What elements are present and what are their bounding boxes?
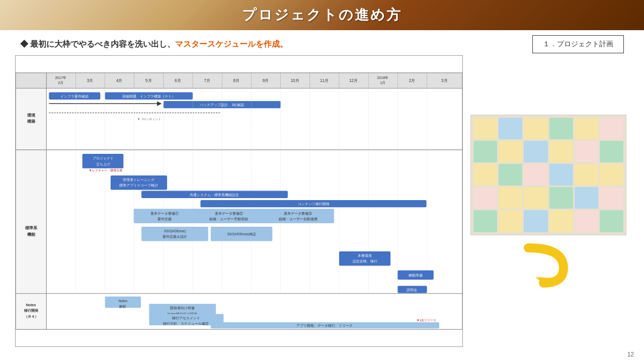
sticky-note (473, 118, 497, 139)
svg-text:2月: 2月 (58, 81, 63, 85)
svg-text:機能: 機能 (27, 232, 36, 237)
sticky-note (575, 118, 598, 139)
svg-text:6月: 6月 (175, 78, 181, 83)
svg-text:アプリ開発、データ移行、リリース: アプリ開発、データ移行、リリース (296, 324, 353, 328)
sticky-note (575, 141, 598, 162)
bullet-icon: ◆ (20, 40, 30, 48)
svg-text:基本データ整備②: 基本データ整備② (215, 212, 243, 216)
svg-rect-25 (368, 73, 397, 88)
svg-text:2017年: 2017年 (55, 76, 66, 80)
sticky-note (549, 141, 573, 162)
svg-text:移行開発: 移行開発 (24, 309, 39, 313)
svg-text:3月: 3月 (87, 78, 94, 83)
header-title: プロジェクトの進め方 (242, 6, 402, 25)
sticky-note (600, 187, 623, 209)
svg-text:稼動準備: 稼動準備 (409, 274, 423, 277)
sticky-grid (471, 115, 626, 235)
sticky-note (499, 187, 522, 209)
svg-text:基本データ整備③: 基本データ整備③ (284, 212, 312, 216)
svg-text:要件定義: 要件定義 (157, 217, 172, 221)
subtitle-main: 最初に大枠でやるべき内容を洗い出し、 (30, 40, 175, 48)
svg-text:SSO(HDEone)検証: SSO(HDEone)検証 (227, 232, 256, 236)
svg-text:10月: 10月 (291, 78, 299, 83)
svg-text:本番環境: 本番環境 (358, 254, 372, 257)
svg-text:解析: 解析 (119, 305, 126, 308)
sticky-note (524, 141, 547, 162)
gantt-chart: 2017年 2月 3月 4月 5月 6月 7月 8月 9月 10月 11月 12… (15, 55, 463, 347)
svg-text:▼ ※1ッポィント: ▼ ※1ッポィント (137, 117, 161, 121)
svg-text:Notes: Notes (119, 299, 128, 303)
sticky-note (600, 118, 623, 139)
sticky-note (600, 210, 623, 232)
sticky-note (549, 164, 573, 186)
svg-text:共通システム・標準系機能設定: 共通システム・標準系機能設定 (190, 193, 239, 197)
svg-text:組織・ユーザー自動連携: 組織・ユーザー自動連携 (278, 217, 317, 221)
sticky-note (499, 141, 522, 162)
sticky-note (575, 210, 598, 232)
svg-text:回線開通、インフラ構築（※１）: 回線開通、インフラ構築（※１） (122, 95, 175, 99)
svg-text:12月: 12月 (349, 78, 358, 83)
svg-text:開発者向け研修: 開発者向け研修 (170, 306, 195, 310)
svg-text:移行方針、スケジュール確定: 移行方針、スケジュール確定 (163, 322, 209, 325)
svg-text:移行アセスメント: 移行アセスメント (172, 316, 200, 320)
main-content: 2017年 2月 3月 4月 5月 6月 7月 8月 9月 10月 11月 12… (15, 55, 629, 347)
curved-arrow-container (518, 243, 579, 288)
svg-text:1月: 1月 (380, 81, 385, 85)
sticky-note (575, 164, 598, 186)
svg-text:環境: 環境 (27, 113, 36, 118)
sticky-note (549, 118, 573, 139)
sticky-note (600, 164, 623, 186)
svg-text:4月: 4月 (116, 78, 123, 83)
gantt-svg: 2017年 2月 3月 4月 5月 6月 7月 8月 9月 10月 11月 12… (16, 56, 462, 346)
sticky-note (524, 164, 547, 186)
sticky-note (473, 141, 497, 162)
sticky-note (524, 210, 547, 232)
svg-text:構築: 構築 (27, 119, 35, 124)
svg-text:2月: 2月 (409, 78, 416, 83)
project-plan-box: １．プロジェクト計画 (532, 35, 624, 53)
svg-text:8月: 8月 (233, 78, 240, 83)
sticky-note (524, 187, 547, 209)
svg-text:説明会: 説明会 (407, 288, 417, 292)
subtitle-highlight: マスタースケジュールを作成。 (175, 40, 288, 48)
sticky-note (473, 210, 497, 232)
svg-rect-1 (16, 73, 46, 88)
sticky-note (600, 141, 623, 162)
curved-arrow-svg (518, 243, 579, 288)
sticky-note (499, 118, 522, 139)
svg-text:SSO(HDEone): SSO(HDEone) (164, 229, 186, 233)
svg-text:7月: 7月 (204, 78, 210, 83)
svg-text:管理者トレーニング: 管理者トレーニング (123, 178, 155, 182)
svg-text:プロジェクト: プロジェクト (93, 156, 114, 160)
sticky-note (549, 210, 573, 232)
svg-text:2018年: 2018年 (377, 76, 388, 80)
sticky-note (499, 210, 522, 232)
svg-text:基本データ整備①: 基本データ整備① (150, 212, 179, 216)
sticky-note (549, 187, 573, 209)
sticky-note (575, 187, 598, 209)
svg-text:コンテンツ移行開発: コンテンツ移行開発 (298, 202, 330, 206)
svg-text:標準系: 標準系 (25, 226, 38, 230)
svg-text:Notes: Notes (26, 303, 36, 307)
sticky-note (499, 164, 522, 186)
svg-text:標準アプリスコープ検討: 標準アプリスコープ検討 (119, 184, 158, 187)
svg-text:▼1次リリース: ▼1次リリース (417, 318, 436, 322)
subtitle-text: ◆ 最初に大枠でやるべき内容を洗い出し、マスタースケジュールを作成。 (20, 39, 288, 50)
header: プロジェクトの進め方 (0, 0, 644, 30)
svg-text:（※４）: （※４） (24, 315, 38, 319)
svg-text:11月: 11月 (320, 78, 329, 83)
svg-rect-2 (46, 73, 75, 88)
page-number: 12 (627, 351, 634, 358)
photo-area (468, 55, 629, 347)
sticky-note (473, 164, 497, 186)
svg-text:設定反映、移行: 設定反映、移行 (353, 259, 377, 263)
svg-text:立ち上げ: 立ち上げ (96, 162, 111, 166)
svg-text:9月: 9月 (263, 78, 269, 83)
sticky-note (524, 118, 547, 139)
svg-text:要件定義＆設計: 要件定義＆設計 (163, 235, 187, 238)
svg-text:バックアップ設計、3社確認: バックアップ設計、3社確認 (199, 103, 244, 107)
svg-text:3月: 3月 (441, 78, 448, 83)
svg-text:▼レクチャー・環境引渡: ▼レクチャー・環境引渡 (89, 168, 122, 172)
svg-text:5月: 5月 (145, 78, 152, 83)
sticky-note (473, 187, 497, 209)
